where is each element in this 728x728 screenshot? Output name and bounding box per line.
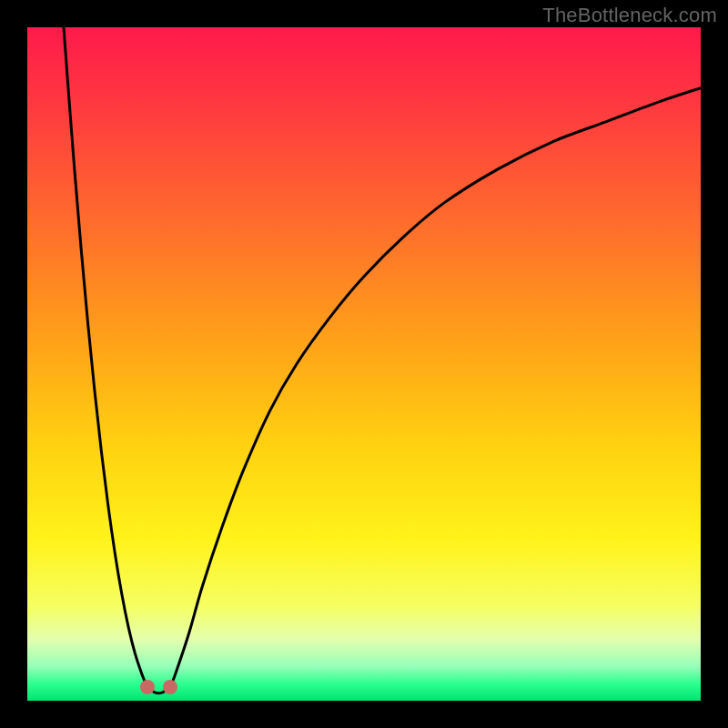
plot-area — [27, 27, 701, 701]
outer-frame: TheBottleneck.com — [0, 0, 728, 728]
curve-right-branch — [170, 88, 701, 688]
curve-left-branch — [64, 27, 147, 687]
marker-right — [163, 680, 177, 694]
watermark-text: TheBottleneck.com — [542, 4, 717, 27]
curve-layer — [27, 27, 701, 701]
marker-left — [140, 680, 155, 694]
